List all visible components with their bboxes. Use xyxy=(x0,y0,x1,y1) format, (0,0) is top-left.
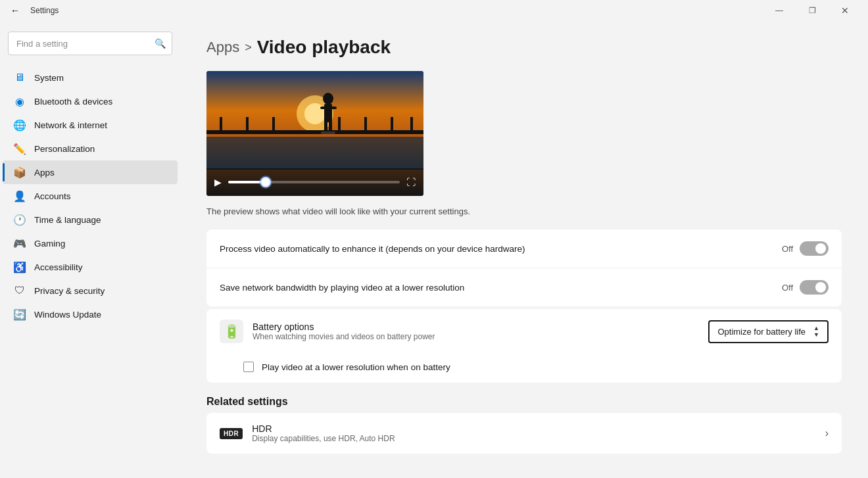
process-video-control: Off xyxy=(782,241,829,256)
titlebar-controls: — ❐ ✕ xyxy=(764,0,860,21)
sidebar-item-label-system: System xyxy=(34,73,64,83)
arrow-up-icon: ▲ xyxy=(813,325,819,331)
bluetooth-icon: ◉ xyxy=(13,95,26,108)
battery-title: Battery options xyxy=(253,322,699,332)
battery-subtitle: When watching movies and videos on batte… xyxy=(253,332,699,341)
video-preview: ▶ ⛶ xyxy=(206,71,423,196)
apps-icon: 📦 xyxy=(13,166,26,179)
arrow-down-icon: ▼ xyxy=(813,332,819,338)
minimize-button[interactable]: — xyxy=(764,0,794,21)
update-icon: 🔄 xyxy=(13,308,26,321)
titlebar: ← Settings — ❐ ✕ xyxy=(0,0,868,21)
fullscreen-button[interactable]: ⛶ xyxy=(406,177,416,187)
battery-dropdown-value: Optimize for battery life xyxy=(717,327,806,337)
breadcrumb-parent[interactable]: Apps xyxy=(206,39,239,56)
sidebar-item-gaming[interactable]: 🎮 Gaming xyxy=(3,231,178,255)
svg-rect-3 xyxy=(206,137,423,170)
sidebar-item-label-time: Time & language xyxy=(34,215,101,225)
svg-rect-7 xyxy=(272,117,275,134)
hdr-badge: HDR xyxy=(220,428,243,439)
breadcrumb-separator: > xyxy=(245,41,252,55)
bandwidth-status: Off xyxy=(782,283,793,293)
close-button[interactable]: ✕ xyxy=(830,0,860,21)
sidebar-item-label-network: Network & internet xyxy=(34,120,107,130)
chevron-right-icon: › xyxy=(825,427,829,439)
sidebar-item-label-gaming: Gaming xyxy=(34,239,65,249)
sidebar-item-apps[interactable]: 📦 Apps xyxy=(3,160,178,184)
svg-point-12 xyxy=(323,93,333,105)
battery-row: 🔋 Battery options When watching movies a… xyxy=(206,309,842,354)
svg-point-2 xyxy=(304,103,326,124)
sidebar-item-label-accessibility: Accessibility xyxy=(34,262,83,272)
system-icon: 🖥 xyxy=(13,71,26,84)
sidebar-item-accounts[interactable]: 👤 Accounts xyxy=(3,184,178,208)
svg-rect-9 xyxy=(364,117,367,134)
related-row-left: HDR HDR Display capabilities, use HDR, A… xyxy=(220,423,395,443)
related-hdr-info: HDR Display capabilities, use HDR, Auto … xyxy=(252,423,395,443)
sidebar-item-system[interactable]: 🖥 System xyxy=(3,66,178,89)
accounts-icon: 👤 xyxy=(13,189,26,203)
bandwidth-label: Save network bandwidth by playing video … xyxy=(220,283,782,293)
breadcrumb-current: Video playback xyxy=(257,37,391,58)
sidebar-item-bluetooth[interactable]: ◉ Bluetooth & devices xyxy=(3,89,178,113)
sidebar-item-label-bluetooth: Bluetooth & devices xyxy=(34,97,112,107)
sidebar-nav: 🖥 System ◉ Bluetooth & devices 🌐 Network… xyxy=(0,66,180,478)
related-hdr-title: HDR xyxy=(252,423,395,434)
related-settings-card: HDR HDR Display capabilities, use HDR, A… xyxy=(206,413,842,454)
svg-rect-16 xyxy=(324,121,327,133)
video-controls: ▶ ⛶ xyxy=(206,168,423,196)
process-video-toggle[interactable] xyxy=(800,241,829,256)
battery-icon: 🔋 xyxy=(220,320,243,343)
bandwidth-control: Off xyxy=(782,280,829,295)
settings-card-main: Process video automatically to enhance i… xyxy=(206,229,842,306)
setting-row-bandwidth: Save network bandwidth by playing video … xyxy=(206,268,842,306)
lower-resolution-label: Play video at a lower resolution when on… xyxy=(262,362,450,372)
accessibility-icon: ♿ xyxy=(13,260,26,274)
svg-rect-14 xyxy=(320,107,326,109)
process-video-status: Off xyxy=(782,244,793,254)
related-row-hdr[interactable]: HDR HDR Display capabilities, use HDR, A… xyxy=(206,413,842,454)
svg-rect-15 xyxy=(330,107,337,109)
svg-rect-17 xyxy=(329,121,332,133)
sidebar-item-personalization[interactable]: ✏️ Personalization xyxy=(3,137,178,160)
svg-rect-11 xyxy=(410,117,413,134)
progress-track[interactable] xyxy=(228,181,400,183)
checkbox-row: Play video at a lower resolution when on… xyxy=(206,354,842,383)
main-panel: Apps > Video playback xyxy=(180,21,868,478)
video-scene-svg xyxy=(206,71,423,170)
battery-options-card: 🔋 Battery options When watching movies a… xyxy=(206,309,842,383)
sidebar-item-accessibility[interactable]: ♿ Accessibility xyxy=(3,255,178,279)
network-icon: 🌐 xyxy=(13,118,26,131)
svg-rect-10 xyxy=(391,117,393,134)
sidebar-item-label-privacy: Privacy & security xyxy=(34,286,105,296)
maximize-button[interactable]: ❐ xyxy=(797,0,827,21)
breadcrumb: Apps > Video playback xyxy=(206,37,842,58)
back-button[interactable]: ← xyxy=(5,3,25,18)
lower-resolution-checkbox[interactable] xyxy=(243,362,254,372)
svg-rect-5 xyxy=(220,117,222,134)
app-container: 🔍 🖥 System ◉ Bluetooth & devices 🌐 Netwo… xyxy=(0,21,868,478)
sidebar-item-network[interactable]: 🌐 Network & internet xyxy=(3,113,178,137)
progress-thumb[interactable] xyxy=(260,177,271,187)
personalization-icon: ✏️ xyxy=(13,142,26,155)
titlebar-left: ← Settings xyxy=(5,3,59,18)
play-button[interactable]: ▶ xyxy=(214,177,222,187)
titlebar-title: Settings xyxy=(30,6,59,15)
sidebar-item-label-update: Windows Update xyxy=(34,310,101,320)
battery-info: Battery options When watching movies and… xyxy=(253,322,699,341)
svg-rect-6 xyxy=(246,117,249,134)
time-icon: 🕐 xyxy=(13,213,26,226)
sidebar-item-label-accounts: Accounts xyxy=(34,191,71,201)
process-video-label: Process video automatically to enhance i… xyxy=(220,244,782,254)
sidebar-item-privacy[interactable]: 🛡 Privacy & security xyxy=(3,279,178,302)
privacy-icon: 🛡 xyxy=(13,284,26,297)
bandwidth-toggle[interactable] xyxy=(800,280,829,295)
sidebar-item-time[interactable]: 🕐 Time & language xyxy=(3,208,178,231)
sidebar-item-update[interactable]: 🔄 Windows Update xyxy=(3,302,178,326)
sidebar-item-label-apps: Apps xyxy=(34,168,55,178)
sidebar: 🔍 🖥 System ◉ Bluetooth & devices 🌐 Netwo… xyxy=(0,21,180,478)
battery-dropdown[interactable]: Optimize for battery life ▲ ▼ xyxy=(708,320,829,343)
search-input[interactable] xyxy=(8,32,172,55)
gaming-icon: 🎮 xyxy=(13,237,26,250)
search-icon: 🔍 xyxy=(155,38,166,49)
